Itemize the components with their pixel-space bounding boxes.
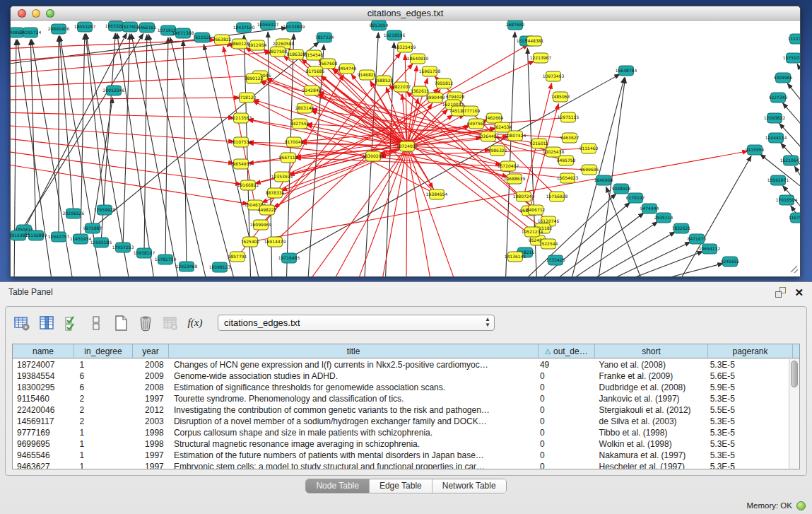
- column-header-out_degree[interactable]: △out_de…: [539, 344, 595, 358]
- window-titlebar[interactable]: citations_edges.txt: [11, 6, 800, 21]
- graph-node[interactable]: 18300295: [363, 151, 384, 161]
- graph-node[interactable]: 7615526: [193, 33, 212, 42]
- graph-node[interactable]: 19218596: [384, 30, 406, 40]
- graph-node[interactable]: 19521234: [522, 227, 543, 237]
- graph-node[interactable]: 6466161: [138, 23, 157, 33]
- graph-node[interactable]: 18724007: [396, 141, 418, 151]
- graph-node[interactable]: 8454749: [338, 64, 357, 74]
- graph-node[interactable]: 8170041: [285, 137, 304, 147]
- graph-node[interactable]: 9860128: [230, 39, 249, 49]
- graph-node[interactable]: 10807424: [505, 131, 526, 141]
- tab-network-table[interactable]: Network Table: [433, 479, 506, 493]
- graph-node[interactable]: 7462664: [485, 113, 504, 123]
- graph-node[interactable]: 1733426: [546, 255, 565, 265]
- table-row[interactable]: 2242004622012Investigating the contribut…: [13, 404, 789, 416]
- graph-node[interactable]: 8406712: [526, 205, 546, 215]
- graph-node[interactable]: 12923468: [176, 262, 198, 271]
- graph-node[interactable]: 8471676: [688, 234, 707, 244]
- graph-node[interactable]: 12505185: [90, 238, 112, 247]
- graph-node[interactable]: 12444114: [765, 133, 787, 143]
- graph-node[interactable]: 14671388: [172, 28, 194, 38]
- graph-node[interactable]: 16782759: [155, 255, 177, 264]
- graph-node[interactable]: 9227343: [769, 93, 788, 103]
- table-settings-icon[interactable]: [13, 314, 31, 332]
- graph-node[interactable]: 9146821: [358, 70, 377, 80]
- graph-node[interactable]: 9699695: [580, 165, 599, 175]
- zoom-window-button[interactable]: [46, 9, 54, 18]
- graph-node[interactable]: 2687682: [506, 21, 525, 30]
- graph-node[interactable]: 19166822: [237, 180, 259, 190]
- graph-node[interactable]: 16033809: [283, 22, 305, 32]
- graph-node[interactable]: 8990448: [426, 93, 445, 103]
- graph-node[interactable]: 19716485: [278, 253, 300, 263]
- graph-node[interactable]: 15654923: [557, 173, 579, 183]
- trash-icon[interactable]: [136, 314, 155, 332]
- close-window-button[interactable]: [18, 9, 26, 18]
- graph-node[interactable]: 18640910: [407, 54, 429, 64]
- graph-node[interactable]: 11451934: [70, 234, 92, 244]
- graph-node[interactable]: 9975887: [83, 223, 102, 233]
- graph-node[interactable]: 18437190: [233, 23, 255, 33]
- graph-node[interactable]: 9463627: [560, 133, 579, 143]
- graph-node[interactable]: 8822037: [392, 82, 411, 92]
- graph-node[interactable]: 16099469: [250, 220, 272, 230]
- select-rows-icon[interactable]: [62, 314, 81, 332]
- resize-grip-icon[interactable]: [791, 266, 798, 273]
- float-panel-icon[interactable]: [775, 287, 786, 298]
- graph-node[interactable]: 10973493: [543, 71, 565, 81]
- show-column-icon[interactable]: [37, 314, 56, 332]
- graph-node[interactable]: 2718120: [237, 93, 257, 103]
- graph-node[interactable]: 9857791: [228, 252, 247, 262]
- new-table-icon[interactable]: [112, 314, 130, 332]
- graph-node[interactable]: 8154546: [305, 50, 324, 60]
- graph-node[interactable]: 9329966: [774, 73, 793, 83]
- table-row[interactable]: 977716911998Corpus callosum shape and si…: [13, 427, 789, 438]
- table-row[interactable]: 1456911722003Disruption of a novel membe…: [13, 416, 789, 427]
- graph-node[interactable]: 7986322: [488, 146, 507, 156]
- graph-node[interactable]: 20891406: [48, 24, 70, 34]
- split-view-icon[interactable]: [87, 314, 105, 332]
- graph-node[interactable]: 6179197: [626, 193, 645, 203]
- graph-node[interactable]: 16648784: [616, 66, 637, 76]
- graph-node[interactable]: 10065327: [257, 21, 279, 30]
- table-row[interactable]: 969969511998Structural magnetic resonanc…: [13, 438, 789, 450]
- graph-node[interactable]: 15592971: [767, 175, 789, 185]
- graph-node[interactable]: 7448381: [525, 36, 544, 46]
- graph-node[interactable]: 8813054: [370, 21, 389, 30]
- table-row[interactable]: 946362711997Embryonic stem cells: a mode…: [13, 461, 789, 469]
- graph-node[interactable]: 18325419: [394, 42, 416, 52]
- graph-node[interactable]: 9890123: [245, 74, 264, 83]
- graph-node[interactable]: 17016504: [776, 195, 798, 205]
- graph-node[interactable]: 7485063: [551, 92, 570, 102]
- graph-node[interactable]: 12942757: [48, 232, 70, 242]
- table-selector-dropdown[interactable]: citations_edges.txt ▲▼: [218, 315, 495, 331]
- graph-node[interactable]: 18807249: [513, 192, 535, 201]
- graph-node[interactable]: 17957253: [112, 243, 134, 252]
- graph-node[interactable]: 9474444: [640, 204, 659, 214]
- graph-node[interactable]: 8667110: [279, 153, 298, 163]
- graph-node[interactable]: 20364486: [478, 132, 500, 141]
- graph-node[interactable]: 6216012: [530, 139, 549, 148]
- graph-node[interactable]: 2935114: [654, 213, 673, 223]
- graph-node[interactable]: 7832621: [672, 223, 691, 233]
- graph-node[interactable]: 19654932: [230, 159, 252, 169]
- graph-node[interactable]: 1112734: [788, 34, 800, 44]
- minimize-window-button[interactable]: [32, 9, 40, 18]
- graph-node[interactable]: 14136141: [505, 252, 526, 262]
- graph-node[interactable]: 4498222: [258, 205, 277, 215]
- graph-node[interactable]: 7955812: [435, 78, 454, 88]
- graph-node[interactable]: 7625402: [241, 237, 260, 247]
- table-scrollbar[interactable]: [789, 359, 799, 469]
- graph-node[interactable]: 9242848: [302, 86, 322, 95]
- column-header-short[interactable]: short: [595, 344, 708, 358]
- table-row[interactable]: 1938455462009Genome-wide association stu…: [13, 370, 789, 382]
- graph-node[interactable]: 15756928: [546, 192, 568, 201]
- scrollbar-thumb[interactable]: [791, 361, 798, 387]
- column-header-title[interactable]: title: [169, 344, 539, 358]
- table-row[interactable]: 946554611997Estimation of the future num…: [13, 450, 789, 461]
- graph-node[interactable]: 6497568: [467, 119, 486, 129]
- graph-node[interactable]: 19384554: [426, 189, 448, 199]
- graph-node[interactable]: 12213967: [530, 53, 552, 63]
- table-row[interactable]: 911546021997Tourette syndrome. Phenomeno…: [13, 393, 789, 404]
- graph-node[interactable]: 14055724: [20, 28, 42, 37]
